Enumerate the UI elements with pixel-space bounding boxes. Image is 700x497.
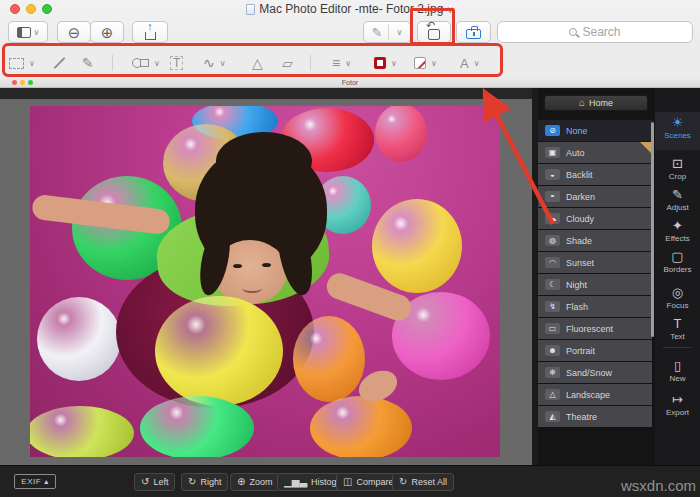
- menu-item-borders[interactable]: ▢Borders: [655, 246, 700, 274]
- menu-item-label: New: [655, 374, 700, 383]
- scene-cloudy-icon: ☁: [545, 213, 560, 224]
- share-button[interactable]: [132, 21, 168, 43]
- menu-item-text[interactable]: TText: [655, 313, 700, 341]
- home-label: Home: [589, 98, 613, 108]
- scene-item-label: Darken: [566, 192, 595, 202]
- crop-icon: ⊡: [655, 156, 700, 171]
- scene-night-icon: ☾: [545, 279, 560, 290]
- zoom-button[interactable]: ⊕Zoom: [230, 473, 279, 491]
- scene-item-theatre[interactable]: ◭Theatre: [538, 406, 652, 427]
- menu-item-label: Effects: [655, 234, 700, 243]
- scene-item-label: Theatre: [566, 412, 597, 422]
- menu-item-crop[interactable]: ⊡Crop: [655, 153, 700, 181]
- scene-item-label: Auto: [566, 148, 585, 158]
- photo-canvas[interactable]: [30, 106, 500, 457]
- menu-item-label: Adjust: [655, 203, 700, 212]
- menu-item-export[interactable]: ↦Export: [655, 389, 700, 417]
- girl-smile: [242, 284, 262, 293]
- scene-item-sand-snow[interactable]: ❄Sand/Snow: [538, 362, 652, 383]
- fotor-window: ⌂ Home ⊘None▣Auto◒Backlit◓Darken☁Cloudy◍…: [0, 88, 700, 465]
- scene-item-flash[interactable]: ↯Flash: [538, 296, 652, 317]
- left-icon: ↺: [141, 477, 149, 487]
- zoom-out-button[interactable]: ⊖: [57, 21, 91, 43]
- right-menu-strip: ☀Scenes⊡Crop✎Adjust✦Effects▢Borders◎Focu…: [655, 88, 700, 465]
- zoom-icon: ⊕: [237, 477, 245, 487]
- zoom-in-button[interactable]: ⊕: [90, 21, 124, 43]
- annotation-box-rotate: [410, 8, 455, 45]
- compare-icon: ◫: [343, 477, 352, 487]
- scene-item-portrait[interactable]: ☻Portrait: [538, 340, 652, 361]
- scene-none-icon: ⊘: [545, 125, 560, 136]
- fotor-titlebar: Fotor: [0, 78, 700, 88]
- scene-item-label: Sunset: [566, 258, 594, 268]
- scene-item-cloudy[interactable]: ☁Cloudy: [538, 208, 652, 229]
- reset-all-icon: ↻: [399, 477, 407, 487]
- borders-icon: ▢: [655, 249, 700, 264]
- scene-flash-icon: ↯: [545, 301, 560, 312]
- effects-icon: ✦: [655, 218, 700, 233]
- balloon: [372, 199, 462, 293]
- canvas-top-strip: [0, 88, 532, 99]
- zoom-in-icon: ⊕: [101, 25, 114, 40]
- exif-button[interactable]: EXIF ▴: [14, 474, 56, 489]
- right-icon: ↻: [188, 477, 196, 487]
- scene-sand-snow-icon: ❄: [545, 367, 560, 378]
- scenes-sidebar: ⌂ Home ⊘None▣Auto◒Backlit◓Darken☁Cloudy◍…: [538, 88, 655, 465]
- scene-item-auto[interactable]: ▣Auto: [538, 142, 652, 163]
- scene-item-none[interactable]: ⊘None: [538, 120, 652, 141]
- scene-list-scrollbar[interactable]: [651, 122, 654, 337]
- new-icon: ▯: [655, 358, 700, 373]
- markup-toolbar-toggle-button[interactable]: ✎ ∨: [363, 21, 411, 43]
- toolbox-button[interactable]: [456, 21, 491, 43]
- bottom-button-label: Left: [153, 477, 168, 487]
- scene-item-shade[interactable]: ◍Shade: [538, 230, 652, 251]
- scene-item-sunset[interactable]: ◠Sunset: [538, 252, 652, 273]
- left-button[interactable]: ↺Left: [134, 473, 175, 491]
- bottom-button-label: Compare: [356, 477, 393, 487]
- scene-backlit-icon: ◒: [545, 169, 560, 180]
- adjust-icon: ✎: [655, 187, 700, 202]
- scene-item-backlit[interactable]: ◒Backlit: [538, 164, 652, 185]
- scenes-icon: ☀: [655, 115, 700, 130]
- scene-landscape-icon: △: [545, 389, 560, 400]
- document-proxy-icon[interactable]: [246, 4, 255, 15]
- menu-item-new[interactable]: ▯New: [655, 355, 700, 383]
- menu-item-scenes[interactable]: ☀Scenes: [655, 112, 700, 150]
- scene-item-label: Fluorescent: [566, 324, 613, 334]
- bottom-button-label: Reset All: [411, 477, 447, 487]
- chevron-up-icon: ▴: [44, 477, 49, 486]
- right-button[interactable]: ↻Right: [181, 473, 228, 491]
- search-field[interactable]: Search: [497, 21, 693, 43]
- menu-item-label: Export: [655, 408, 700, 417]
- compare-button[interactable]: ◫Compare: [336, 473, 400, 491]
- scene-item-label: Flash: [566, 302, 588, 312]
- scene-list: ⊘None▣Auto◒Backlit◓Darken☁Cloudy◍Shade◠S…: [538, 120, 652, 442]
- scene-item-label: Sand/Snow: [566, 368, 612, 378]
- balloon: [30, 406, 134, 457]
- balloon: [375, 106, 427, 162]
- editor-canvas: [0, 88, 532, 465]
- scene-item-landscape[interactable]: △Landscape: [538, 384, 652, 405]
- menu-item-focus[interactable]: ◎Focus: [655, 282, 700, 310]
- balloon: [140, 396, 254, 457]
- sidebar-toggle-button[interactable]: ∨: [8, 21, 48, 43]
- menu-item-adjust[interactable]: ✎Adjust: [655, 184, 700, 212]
- home-icon: ⌂: [579, 98, 585, 108]
- scene-item-night[interactable]: ☾Night: [538, 274, 652, 295]
- bottom-bar: EXIF ▴ ↺Left↻Right⊕Zoom▁▅▃Histogram◫Comp…: [0, 465, 700, 497]
- scene-item-darken[interactable]: ◓Darken: [538, 186, 652, 207]
- balloon: [155, 296, 283, 406]
- balloon: [37, 297, 121, 381]
- home-button[interactable]: ⌂ Home: [544, 95, 648, 111]
- exif-label: EXIF: [21, 477, 41, 486]
- scene-portrait-icon: ☻: [545, 345, 560, 356]
- annotation-box-toolbar: [2, 43, 503, 77]
- text-icon: T: [655, 316, 700, 331]
- watermark: wsxdn.com: [621, 477, 696, 494]
- markup-pen-icon: ✎: [372, 25, 383, 40]
- reset-all-button[interactable]: ↻Reset All: [392, 473, 454, 491]
- menu-item-effects[interactable]: ✦Effects: [655, 215, 700, 243]
- scene-item-fluorescent[interactable]: ▭Fluorescent: [538, 318, 652, 339]
- menu-item-label: Text: [655, 332, 700, 341]
- scene-fluorescent-icon: ▭: [545, 323, 560, 334]
